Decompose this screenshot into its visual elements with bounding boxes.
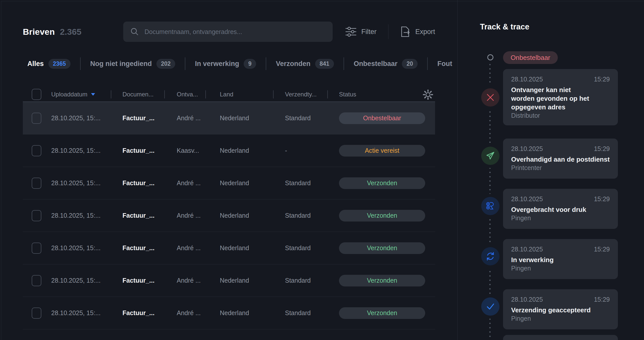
row-checkbox[interactable] [32,178,41,189]
tab-divider [427,57,428,70]
event-title: Overhandigd aan de postdienst [511,155,610,164]
event-date: 28.10.2025 [511,145,543,152]
table-settings-gear-icon[interactable] [422,89,434,100]
search-icon [130,27,139,36]
frame-left-border [1,1,1,340]
table-header: Uploaddatum Documen... Ontva... Land Ver… [23,87,435,102]
tab-count-badge: 9 [244,59,256,69]
timeline-card[interactable]: 28.10.2025 15:29 Overhandigd aan de post… [503,139,618,179]
column-label: Uploaddatum [51,91,87,98]
cell-uploaddatum: 28.10.2025, 15:... [51,212,122,219]
cell-country: Nederland [220,309,285,317]
cell-shipping: Standard [285,277,339,284]
column-verzendtype[interactable]: Verzendty... [285,91,339,98]
search-input[interactable] [145,28,326,36]
toolbar-actions: Filter Export [345,24,435,39]
cell-country: Nederland [220,147,285,154]
column-ontvanger[interactable]: Ontva... [177,91,220,98]
cell-recipient: Kaasv... [177,147,220,154]
cell-document: Factuur_... [122,147,177,154]
column-divider [273,90,274,98]
cell-country: Nederland [220,114,285,122]
row-checkbox[interactable] [32,210,41,221]
status-badge: Verzonden [339,210,425,222]
status-badge: Verzonden [339,275,425,286]
timeline-card[interactable]: 28.10.2025 15:29 Verzending geaccepteerd… [503,289,618,329]
check-icon [481,297,499,316]
row-checkbox[interactable] [32,308,41,319]
column-documentnaam[interactable]: Documen... [122,91,177,98]
tab-verzonden[interactable]: Verzonden 841 [276,59,334,69]
cell-document: Factuur_... [122,179,177,187]
event-time: 15:29 [594,296,610,303]
column-status[interactable]: Status [339,91,435,98]
filter-button[interactable]: Filter [345,27,377,37]
tab-count-badge: 841 [315,59,334,69]
tab-nog-niet-ingediend[interactable]: Nog niet ingediend 202 [90,59,175,69]
table-row[interactable]: 28.10.2025, 15:... Factuur_... André ...… [23,199,435,232]
row-checkbox[interactable] [32,145,41,156]
table-row[interactable]: 28.10.2025, 15:... Factuur_... André ...… [23,297,435,329]
cell-uploaddatum: 28.10.2025, 15:... [51,179,122,187]
sort-desc-icon[interactable] [91,93,95,96]
send-plane-icon [481,147,499,165]
table-row[interactable]: 28.10.2025, 15:... Factuur_... Kaasv... … [23,134,435,167]
tab-label: In verwerking [195,60,239,68]
frame-top-border [1,1,644,1]
table-row[interactable]: 28.10.2025, 15:... Factuur_... André ...… [23,264,435,297]
cell-country: Nederland [220,212,285,219]
status-badge: Verzonden [339,307,425,319]
cell-recipient: André ... [177,309,220,317]
tab-alles[interactable]: Alles 2365 [27,59,70,69]
timeline-card-partial[interactable] [503,335,618,340]
cell-recipient: André ... [177,244,220,252]
column-uploaddatum[interactable]: Uploaddatum [51,91,122,98]
tab-divider [266,57,266,70]
row-checkbox[interactable] [32,243,41,254]
search-box[interactable] [123,22,333,42]
status-badge: Verzonden [339,242,425,254]
tab-divider [80,57,81,70]
cell-shipping: - [285,147,339,154]
toolbar-divider [388,24,388,39]
timeline-card[interactable]: 28.10.2025 15:29 In verwerking Pingen [503,239,618,279]
event-date: 28.10.2025 [511,296,543,303]
cell-shipping: Standard [285,114,339,122]
cell-shipping: Standard [285,309,339,317]
cell-uploaddatum: 28.10.2025, 15:... [51,114,122,122]
cell-shipping: Standard [285,244,339,252]
column-land[interactable]: Land [220,91,285,98]
documents-table: Uploaddatum Documen... Ontva... Land Ver… [23,87,435,329]
event-source: Pingen [511,265,610,272]
filter-icon [345,27,357,37]
timeline-card[interactable]: 28.10.2025 15:29 Ontvanger kan niet word… [503,69,618,125]
row-checkbox[interactable] [32,113,41,124]
table-row[interactable]: 28.10.2025, 15:... Factuur_... André ...… [23,102,435,134]
event-title: In verwerking [511,256,610,264]
page-title: Brieven [23,27,55,37]
cell-recipient: André ... [177,277,220,284]
topbar: Brieven 2.365 Filter [23,21,435,42]
tab-in-verwerking[interactable]: In verwerking 9 [195,59,256,69]
status-badge: Verzonden [339,177,425,189]
timeline-start-circle-icon [487,54,493,60]
tab-divider [344,57,344,70]
export-button[interactable]: Export [400,26,435,38]
table-row[interactable]: 28.10.2025, 15:... Factuur_... André ...… [23,232,435,264]
row-checkbox[interactable] [32,275,41,286]
cell-country: Nederland [220,277,285,284]
event-source: Distributor [511,112,610,119]
cell-recipient: André ... [177,114,220,122]
timeline-card[interactable]: 28.10.2025 15:29 Overgebracht voor druk … [503,189,618,229]
table-row[interactable]: 28.10.2025, 15:... Factuur_... André ...… [23,167,435,199]
event-time: 15:29 [594,195,610,203]
status-badge: Actie vereist [339,145,425,157]
cell-country: Nederland [220,244,285,252]
tab-label: Onbestelbaar [354,60,398,68]
tab-fout[interactable]: Fout [437,60,452,68]
column-divider [164,90,165,98]
tab-onbestelbaar[interactable]: Onbestelbaar 20 [354,59,418,69]
select-all-checkbox[interactable] [32,89,41,100]
track-trace-title: Track & trace [480,22,529,31]
cell-shipping: Standard [285,212,339,219]
